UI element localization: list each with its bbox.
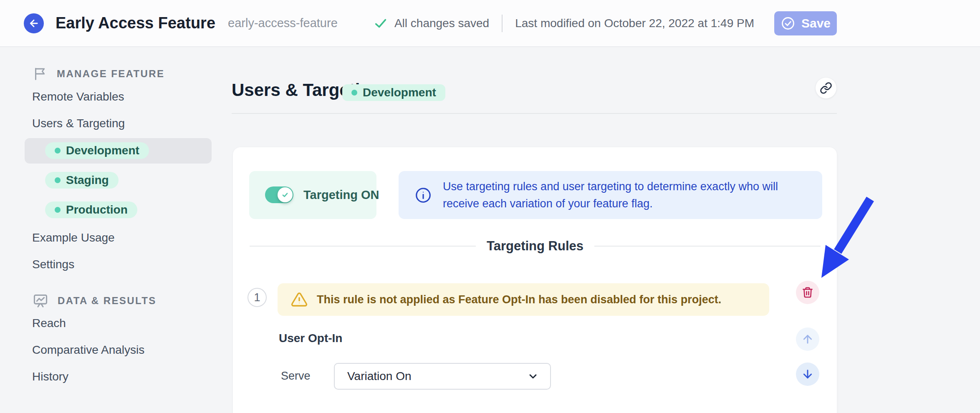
sidebar-env-staging[interactable]: Staging xyxy=(45,172,119,189)
env-dot-icon xyxy=(55,148,61,154)
sidebar-env-production[interactable]: Production xyxy=(45,201,137,218)
save-check-icon xyxy=(780,16,796,31)
last-modified-text: Last modified on October 22, 2022 at 1:4… xyxy=(515,17,754,30)
targeting-toggle[interactable] xyxy=(265,186,293,203)
targeting-toggle-block: Targeting ON xyxy=(249,171,376,219)
sidebar-item-reach[interactable]: Reach xyxy=(32,316,66,330)
copy-link-button[interactable] xyxy=(816,78,836,98)
app-root: Early Access Feature early-access-featur… xyxy=(0,0,980,413)
manage-feature-section-header: MANAGE FEATURE xyxy=(33,66,164,82)
rule-warning-text: This rule is not applied as Feature Opt-… xyxy=(317,293,721,306)
sidebar-item-users-targeting[interactable]: Users & Targeting xyxy=(32,116,125,131)
data-results-section-label: DATA & RESULTS xyxy=(58,295,157,307)
arrow-down-icon xyxy=(801,368,814,381)
serve-selected-value: Variation On xyxy=(347,370,527,383)
targeting-rules-heading: Targeting Rules xyxy=(487,239,583,254)
divider-line xyxy=(250,246,476,247)
back-button[interactable] xyxy=(24,13,44,33)
arrow-up-icon xyxy=(801,332,814,346)
targeting-card: Targeting ON Use targeting rules and use… xyxy=(233,147,837,413)
sidebar-item-settings[interactable]: Settings xyxy=(32,257,74,272)
rule-warning-banner: This rule is not applied as Feature Opt-… xyxy=(278,283,769,316)
env-label: Production xyxy=(66,203,128,217)
env-label: Staging xyxy=(66,174,109,187)
env-label: Development xyxy=(66,144,139,157)
divider-line xyxy=(594,246,821,247)
environment-badge-label: Development xyxy=(363,86,436,99)
info-icon xyxy=(414,186,432,204)
targeting-rules-divider: Targeting Rules xyxy=(250,237,821,255)
move-rule-down-button[interactable] xyxy=(796,363,819,386)
env-dot-icon xyxy=(55,207,61,213)
presentation-chart-icon xyxy=(33,293,48,309)
back-arrow-icon xyxy=(28,18,40,29)
saved-status-text: All changes saved xyxy=(394,17,489,30)
link-icon xyxy=(820,82,832,94)
info-banner: Use targeting rules and user targeting t… xyxy=(399,171,822,219)
manage-feature-section-label: MANAGE FEATURE xyxy=(57,68,164,80)
env-dot-icon xyxy=(351,90,357,96)
environment-badge: Development xyxy=(342,84,445,101)
env-dot-icon xyxy=(55,177,61,183)
move-rule-up-button[interactable] xyxy=(796,327,819,351)
header-status-group: All changes saved Last modified on Octob… xyxy=(374,11,837,35)
delete-rule-button[interactable] xyxy=(796,281,819,304)
sidebar-item-comparative-analysis[interactable]: Comparative Analysis xyxy=(32,343,144,357)
save-button-label: Save xyxy=(801,16,831,30)
serve-label: Serve xyxy=(281,370,311,383)
rule-number-badge: 1 xyxy=(248,288,267,307)
trash-icon xyxy=(801,286,814,299)
sidebar-item-remote-variables[interactable]: Remote Variables xyxy=(32,90,124,104)
feature-slug: early-access-feature xyxy=(228,16,338,30)
sidebar-item-history[interactable]: History xyxy=(32,370,68,384)
rule-definition-label: User Opt-In xyxy=(279,332,342,345)
feature-title: Early Access Feature xyxy=(56,14,215,32)
data-results-section-header: DATA & RESULTS xyxy=(33,293,157,309)
save-button[interactable]: Save xyxy=(774,11,837,35)
check-icon xyxy=(374,16,388,30)
flag-icon xyxy=(33,66,48,82)
sidebar-item-example-usage[interactable]: Example Usage xyxy=(32,231,115,245)
heading-divider xyxy=(232,113,837,114)
toggle-check-icon xyxy=(280,190,290,199)
sidebar-env-development[interactable]: Development xyxy=(45,142,149,159)
targeting-toggle-label: Targeting ON xyxy=(303,171,379,219)
toggle-knob xyxy=(278,187,293,202)
warning-triangle-icon xyxy=(291,291,308,308)
page-header: Early Access Feature early-access-featur… xyxy=(0,0,980,47)
info-banner-text: Use targeting rules and user targeting t… xyxy=(443,178,806,212)
chevron-down-icon xyxy=(527,370,539,383)
header-divider xyxy=(502,15,503,32)
serve-variation-select[interactable]: Variation On xyxy=(334,363,551,390)
